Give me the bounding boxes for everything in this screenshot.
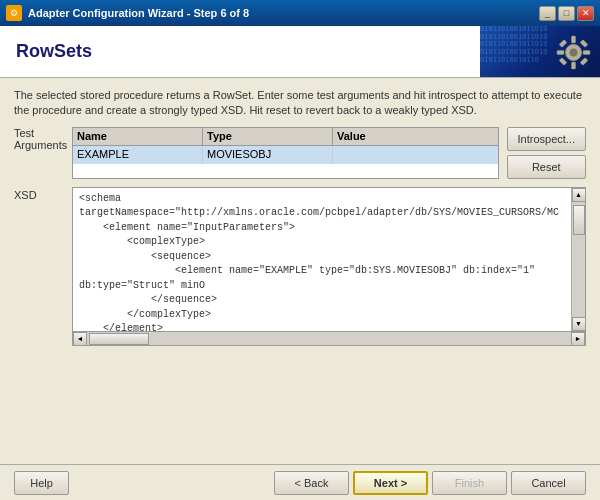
test-arguments-table: Name Type Value EXAMPLE MOVIESOBJ <box>72 127 499 179</box>
header-area: RowSets 01011010010110100101101001011010… <box>0 26 600 78</box>
scroll-right-arrow[interactable]: ► <box>571 332 585 346</box>
svg-rect-2 <box>572 36 576 43</box>
scroll-track[interactable] <box>572 202 586 317</box>
svg-rect-9 <box>580 57 588 65</box>
next-button[interactable]: Next > <box>353 471 428 495</box>
svg-rect-3 <box>572 62 576 69</box>
xsd-container[interactable]: <schema targetNamespace="http://xmlns.or… <box>72 187 586 332</box>
description-text: The selected stored procedure returns a … <box>14 88 586 119</box>
table-header: Name Type Value <box>73 128 498 146</box>
h-scroll-thumb[interactable] <box>89 333 149 345</box>
svg-rect-8 <box>559 57 567 65</box>
scroll-down-arrow[interactable]: ▼ <box>572 317 586 331</box>
title-bar: ⚙ Adapter Configuration Wizard - Step 6 … <box>0 0 600 26</box>
help-button[interactable]: Help <box>14 471 69 495</box>
header-decoration: 0101101001011010010110100101101001011010… <box>480 26 600 78</box>
back-button[interactable]: < Back <box>274 471 349 495</box>
svg-rect-4 <box>557 50 564 54</box>
finish-button[interactable]: Finish <box>432 471 507 495</box>
app-icon: ⚙ <box>6 5 22 21</box>
main-content: The selected stored procedure returns a … <box>0 78 600 464</box>
title-bar-text: Adapter Configuration Wizard - Step 6 of… <box>28 7 533 19</box>
test-arguments-label2: Arguments <box>14 139 64 151</box>
cell-type: MOVIESOBJ <box>203 146 333 164</box>
action-buttons: Introspect... Reset <box>507 127 586 179</box>
introspect-button[interactable]: Introspect... <box>507 127 586 151</box>
cancel-button[interactable]: Cancel <box>511 471 586 495</box>
xsd-content: <schema targetNamespace="http://xmlns.or… <box>73 188 571 331</box>
svg-rect-6 <box>559 39 567 47</box>
svg-rect-7 <box>580 39 588 47</box>
scroll-thumb[interactable] <box>573 205 585 235</box>
reset-button[interactable]: Reset <box>507 155 586 179</box>
table-row[interactable]: EXAMPLE MOVIESOBJ <box>73 146 498 164</box>
vertical-scrollbar[interactable]: ▲ ▼ <box>571 188 585 331</box>
navigation-buttons: < Back Next > Finish Cancel <box>274 471 586 495</box>
h-scroll-track[interactable] <box>87 332 571 345</box>
horizontal-scrollbar[interactable]: ◄ ► <box>72 332 586 346</box>
xsd-section: XSD <schema targetNamespace="http://xmln… <box>14 187 586 346</box>
cell-value[interactable] <box>333 146 498 164</box>
svg-point-1 <box>570 48 578 56</box>
svg-rect-5 <box>583 50 590 54</box>
test-arguments-section: Test Arguments Name Type Value EXAMPLE M… <box>14 127 586 179</box>
gear-icon-large <box>551 30 596 75</box>
test-arguments-label: Test <box>14 127 64 139</box>
col-type: Type <box>203 128 333 145</box>
bottom-bar: Help < Back Next > Finish Cancel <box>0 464 600 500</box>
window-controls[interactable]: _ □ ✕ <box>539 6 594 21</box>
minimize-button[interactable]: _ <box>539 6 556 21</box>
page-title: RowSets <box>16 41 92 62</box>
cell-name: EXAMPLE <box>73 146 203 164</box>
matrix-overlay: 0101101001011010010110100101101001011010… <box>480 26 550 78</box>
maximize-button[interactable]: □ <box>558 6 575 21</box>
col-value: Value <box>333 128 498 145</box>
scroll-left-arrow[interactable]: ◄ <box>73 332 87 346</box>
scroll-up-arrow[interactable]: ▲ <box>572 188 586 202</box>
col-name: Name <box>73 128 203 145</box>
close-button[interactable]: ✕ <box>577 6 594 21</box>
xsd-label: XSD <box>14 187 64 201</box>
